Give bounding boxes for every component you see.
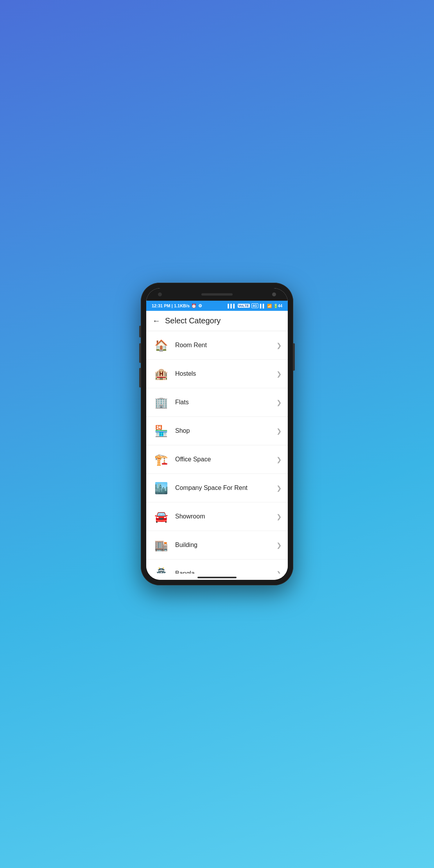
signal-icon: ▌▌▌ [228,304,236,308]
speaker-bar [201,293,233,296]
phone-frame: 12:31 PM | 1.1KB/s ⏰ ⚙ ▌▌▌ VoLTE 4G ▌▌ 📶… [141,283,293,585]
category-item-office-space[interactable]: 🏗️Office Space❯ [146,445,288,474]
office-space-chevron: ❯ [276,456,282,463]
showroom-chevron: ❯ [276,513,282,520]
app-header: ← Select Category [146,311,288,331]
shop-icon: 🏪 [152,422,170,439]
category-item-flats[interactable]: 🏢Flats❯ [146,388,288,417]
bangla-chevron: ❯ [276,570,282,574]
category-item-room-rent[interactable]: 🏠Room Rent❯ [146,331,288,360]
category-list: 🏠Room Rent❯🏨Hostels❯🏢Flats❯🏪Shop❯🏗️Offic… [146,331,288,574]
category-item-bangla[interactable]: 🏯Bangla❯ [146,560,288,574]
signal2-icon: ▌▌ [260,304,265,308]
category-item-company-space[interactable]: 🏙️Company Space For Rent❯ [146,474,288,502]
status-bar: 12:31 PM | 1.1KB/s ⏰ ⚙ ▌▌▌ VoLTE 4G ▌▌ 📶… [146,301,288,311]
power-button [293,343,295,371]
settings-icon: ⚙ [198,303,202,308]
home-indicator[interactable] [197,577,237,578]
back-button[interactable]: ← [152,316,160,325]
wifi-icon: 📶 [267,304,272,308]
alarm-icon: ⏰ [191,303,197,308]
volume-up-button [139,343,141,363]
volume-mute-button [139,326,141,337]
flats-icon: 🏢 [152,394,170,411]
category-item-shop[interactable]: 🏪Shop❯ [146,417,288,445]
volte-icon: VoLTE [238,304,250,308]
company-space-icon: 🏙️ [152,479,170,497]
home-bar [146,574,288,580]
hostels-label: Hostels [175,370,271,377]
category-item-hostels[interactable]: 🏨Hostels❯ [146,360,288,388]
showroom-label: Showroom [175,513,271,520]
room-rent-chevron: ❯ [276,342,282,349]
bangla-icon: 🏯 [152,565,170,574]
phone-screen: 12:31 PM | 1.1KB/s ⏰ ⚙ ▌▌▌ VoLTE 4G ▌▌ 📶… [146,288,288,580]
showroom-icon: 🚘 [152,508,170,525]
status-right: ▌▌▌ VoLTE 4G ▌▌ 📶 🔋44 [228,303,282,308]
building-chevron: ❯ [276,542,282,549]
status-left: 12:31 PM | 1.1KB/s ⏰ ⚙ [152,303,202,308]
flats-label: Flats [175,399,271,406]
time-display: 12:31 PM | 1.1KB/s [152,303,190,308]
4g-icon: 4G [251,303,258,308]
hostels-icon: 🏨 [152,365,170,382]
company-space-chevron: ❯ [276,484,282,492]
category-item-building[interactable]: 🏬Building❯ [146,531,288,560]
room-rent-label: Room Rent [175,342,271,349]
hostels-chevron: ❯ [276,370,282,378]
front-camera [272,292,276,296]
office-space-label: Office Space [175,456,271,463]
battery-icon: 🔋44 [273,304,282,308]
category-item-showroom[interactable]: 🚘Showroom❯ [146,502,288,531]
shop-chevron: ❯ [276,427,282,435]
company-space-label: Company Space For Rent [175,484,271,491]
bangla-label: Bangla [175,570,271,574]
phone-top-hardware [146,288,288,301]
room-rent-icon: 🏠 [152,337,170,354]
page-title: Select Category [165,316,221,325]
camera-dot [158,292,162,296]
shop-label: Shop [175,427,271,434]
building-label: Building [175,542,271,549]
office-space-icon: 🏗️ [152,451,170,468]
volume-down-button [139,368,141,387]
flats-chevron: ❯ [276,399,282,406]
building-icon: 🏬 [152,536,170,554]
